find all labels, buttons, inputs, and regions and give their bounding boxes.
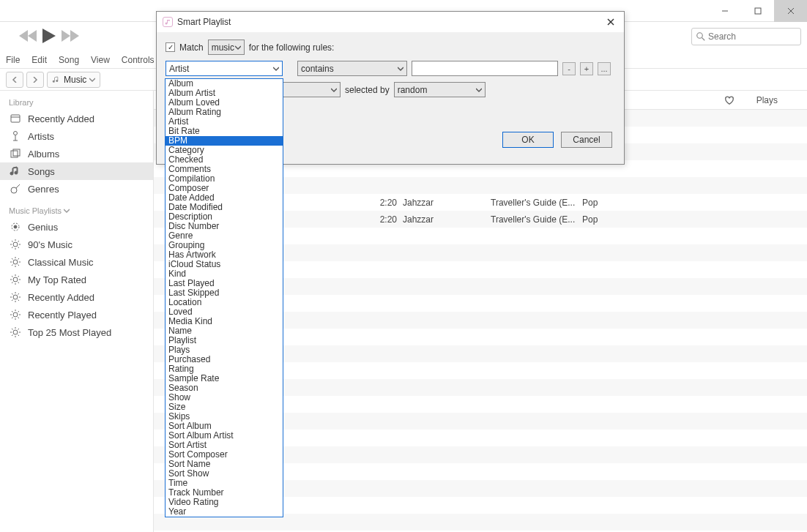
menu-song[interactable]: Song [59,55,79,65]
svg-point-67 [13,330,18,334]
cell-artist: Jahzzar [403,198,491,208]
recently-added-icon [9,112,22,125]
cancel-button[interactable]: Cancel [561,132,612,148]
sidebar-item-genres[interactable]: Genres [0,180,153,198]
svg-point-22 [13,242,18,247]
dialog-close-button[interactable] [603,15,618,29]
svg-point-49 [13,295,18,299]
window-maximize-button[interactable] [741,0,774,22]
rule-condition-select[interactable]: contains [297,61,407,76]
search-box[interactable] [691,28,801,45]
guitar-icon [9,182,22,195]
search-input[interactable] [708,31,789,42]
svg-point-13 [14,132,18,135]
rule-condition-value: contains [301,64,334,74]
gear-icon [9,255,22,269]
match-suffix: for the following rules: [249,42,335,53]
sidebar-item-label: My Top Rated [28,274,86,285]
rule-row: Artist contains - + ... [166,61,615,76]
svg-line-65 [12,318,13,319]
sidebar-item-label: Recently Played [28,310,97,321]
column-plays[interactable]: Plays [756,95,778,105]
svg-line-36 [12,258,13,260]
svg-point-40 [13,277,18,282]
menu-view[interactable]: View [91,55,110,65]
microphone-icon [9,130,22,143]
forward-button[interactable] [62,30,79,44]
match-checkbox[interactable] [166,42,175,52]
sidebar-item-90s-music[interactable]: 90's Music [0,236,153,253]
sidebar-item-top25[interactable]: Top 25 Most Played [0,323,153,341]
svg-line-75 [18,329,20,330]
sidebar-item-label: Recently Added [28,292,94,303]
chevron-down-icon [235,45,241,50]
match-type-value: music [212,42,234,53]
svg-point-9 [697,33,703,39]
svg-line-48 [18,276,20,277]
selected-by-label: selected by [345,85,390,95]
media-type-label: Music [64,75,86,85]
sidebar-item-label: 90's Music [28,239,72,250]
match-label: Match [179,42,204,53]
search-icon [696,32,705,41]
svg-line-30 [18,241,20,242]
svg-line-29 [12,247,13,249]
add-rule-button[interactable]: + [580,62,593,75]
svg-line-63 [12,311,13,312]
chevron-down-icon [273,66,279,72]
selected-by-value: random [398,85,428,95]
rule-more-button[interactable]: ... [598,62,611,75]
svg-line-37 [18,265,20,266]
menu-controls[interactable]: Controls [122,55,155,65]
gear-icon [9,238,22,251]
play-button[interactable] [42,29,56,45]
sidebar-item-albums[interactable]: Albums [0,145,153,162]
rule-field-dropdown[interactable]: AlbumAlbum ArtistAlbum LovedAlbum Rating… [165,78,283,517]
svg-line-45 [12,276,13,277]
sidebar-item-label: Recently Added [28,113,94,124]
sidebar-item-label: Albums [28,149,59,160]
sidebar-item-label: Genres [28,184,59,195]
chevron-down-icon [64,208,70,214]
menu-edit[interactable]: Edit [31,55,47,65]
window-close-button[interactable] [774,0,807,22]
sidebar-item-label: Artists [28,131,54,142]
nav-back-button[interactable] [6,72,23,88]
svg-point-18 [11,187,17,193]
cell-time: 2:20 [359,198,403,208]
dropdown-option[interactable]: Year [166,507,283,517]
svg-line-57 [18,293,20,295]
ok-button[interactable]: OK [502,132,554,148]
rule-field-select[interactable]: Artist [166,61,283,76]
remove-rule-button[interactable]: - [562,62,576,75]
svg-rect-78 [167,20,170,21]
sidebar-item-genius[interactable]: Genius [0,218,153,236]
sidebar-item-label: Genius [28,222,58,233]
sidebar-item-classical[interactable]: Classical Music [0,253,153,271]
sidebar-item-label: Top 25 Most Played [28,327,111,338]
sidebar-item-artists[interactable]: Artists [0,127,153,145]
svg-line-46 [18,282,20,284]
menu-file[interactable]: File [6,55,20,65]
window-minimize-button[interactable] [708,0,741,22]
svg-point-58 [13,312,18,317]
column-love[interactable] [724,95,735,105]
media-type-selector[interactable]: Music [47,72,100,88]
rewind-button[interactable] [19,30,37,44]
svg-line-55 [18,300,20,301]
match-type-select[interactable]: music [208,40,245,55]
sidebar-library-header: Library [0,95,153,110]
svg-point-20 [14,225,17,228]
sidebar-playlists-header[interactable]: Music Playlists [0,203,153,218]
sidebar-item-recently-played[interactable]: Recently Played [0,306,153,323]
sidebar-item-songs[interactable]: Songs [0,162,153,180]
rule-value-input[interactable] [412,61,558,76]
sidebar-item-recently-added[interactable]: Recently Added [0,110,153,127]
sidebar-item-top-rated[interactable]: My Top Rated [0,271,153,288]
nav-forward-button[interactable] [26,72,44,88]
sidebar-item-recently-added-pl[interactable]: Recently Added [0,288,153,306]
svg-line-72 [12,329,13,330]
svg-rect-11 [11,115,20,122]
svg-marker-8 [70,30,79,42]
selected-by-select[interactable]: random [394,82,486,97]
